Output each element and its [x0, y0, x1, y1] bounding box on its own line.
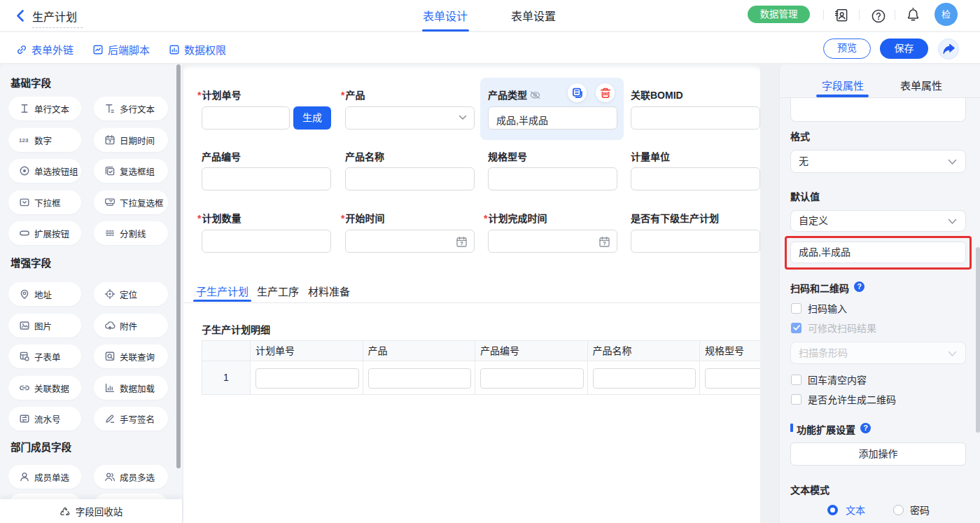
- svg-text:123: 123: [19, 137, 29, 144]
